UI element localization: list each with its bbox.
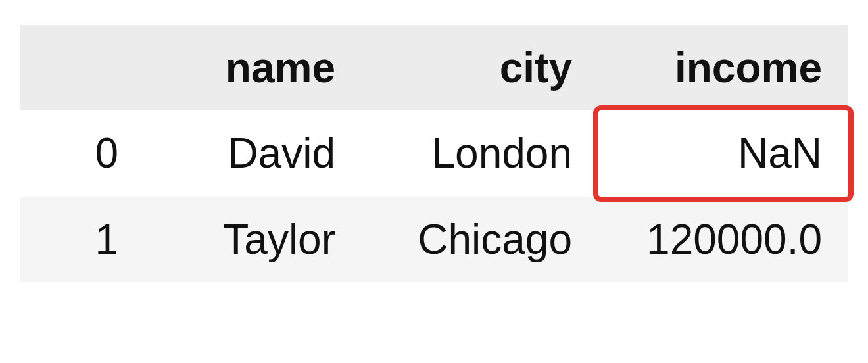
table-row: 1 Taylor Chicago 120000.0 (20, 197, 848, 282)
row-index: 1 (20, 197, 145, 282)
table-frame: name city income 0 David London NaN 1 Ta… (0, 0, 868, 363)
index-header (20, 25, 145, 110)
cell-name: Taylor (145, 197, 362, 282)
col-header-city: city (362, 25, 598, 110)
cell-city: London (362, 110, 598, 196)
table-row: 0 David London NaN (20, 110, 848, 196)
col-header-income: income (598, 25, 848, 110)
dataframe-table: name city income 0 David London NaN 1 Ta… (20, 25, 848, 282)
cell-city: Chicago (362, 197, 598, 282)
col-header-name: name (145, 25, 362, 110)
cell-name: David (145, 110, 362, 196)
table-header-row: name city income (20, 25, 848, 110)
cell-income: NaN (598, 110, 848, 196)
row-index: 0 (20, 110, 145, 196)
cell-income: 120000.0 (598, 197, 848, 282)
